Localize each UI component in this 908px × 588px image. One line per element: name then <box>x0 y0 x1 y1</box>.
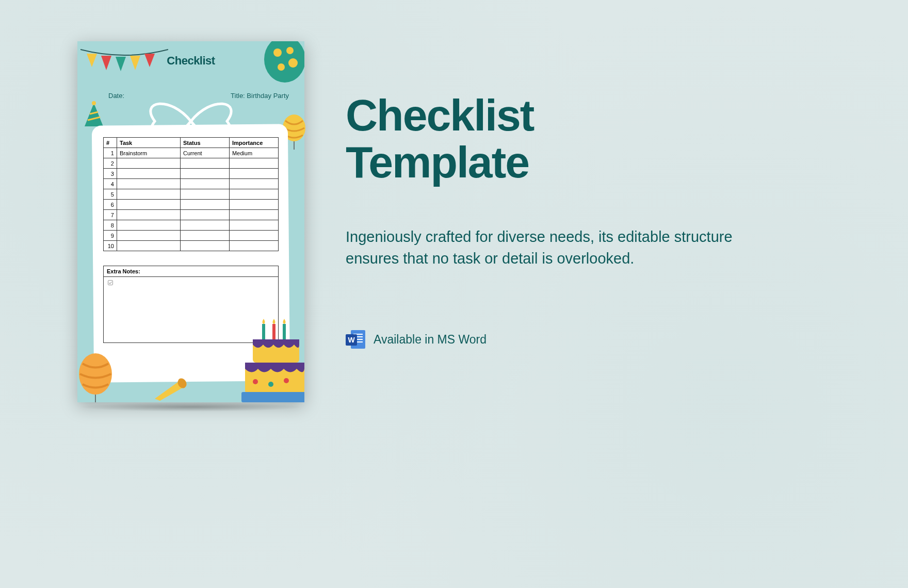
table-row: 4 <box>104 179 279 189</box>
party-horn-icon <box>152 374 188 402</box>
cell-task <box>117 158 180 169</box>
svg-marker-0 <box>87 54 97 67</box>
balloon-orange-icon <box>77 346 119 402</box>
svg-point-6 <box>273 48 282 57</box>
cell-task <box>117 189 180 200</box>
table-row: 6 <box>104 200 279 210</box>
table-row: 8 <box>104 220 279 231</box>
cell-task <box>117 231 180 241</box>
svg-point-7 <box>286 47 294 54</box>
cell-num: 3 <box>104 169 117 179</box>
ms-word-icon: W <box>346 329 366 350</box>
table-row: 7 <box>104 210 279 220</box>
cell-importance <box>229 210 278 220</box>
table-row: 3 <box>104 169 279 179</box>
cell-num: 10 <box>104 241 117 251</box>
word-badge-letter: W <box>346 334 357 346</box>
template-preview-card[interactable]: Checklist Date: Title: Birthday Party # <box>77 41 304 402</box>
headline-line-2: Template <box>346 137 529 187</box>
cell-importance: Medium <box>229 148 278 158</box>
availability-text: Available in MS Word <box>374 333 487 347</box>
description-text: Ingeniously crafted for diverse needs, i… <box>346 226 748 269</box>
cell-status <box>180 220 229 231</box>
cell-status <box>180 169 229 179</box>
cell-task <box>117 210 180 220</box>
cell-status <box>180 241 229 251</box>
table-row: 9 <box>104 231 279 241</box>
col-num: # <box>104 138 117 148</box>
cell-task <box>117 169 180 179</box>
svg-point-5 <box>264 41 304 83</box>
svg-marker-3 <box>130 56 140 70</box>
col-importance: Importance <box>229 138 278 148</box>
col-task: Task <box>117 138 180 148</box>
cell-importance <box>229 241 278 251</box>
checklist-table: # Task Status Importance 1BrainstormCurr… <box>103 137 279 251</box>
cell-task <box>117 200 180 210</box>
cell-task <box>117 179 180 189</box>
cell-importance <box>229 231 278 241</box>
bunting-icon <box>80 45 168 76</box>
page-title: Checklist Template <box>346 92 533 186</box>
cell-status <box>180 189 229 200</box>
svg-point-25 <box>253 379 258 384</box>
svg-point-8 <box>288 58 298 68</box>
svg-rect-28 <box>241 392 304 402</box>
svg-point-9 <box>278 63 285 71</box>
table-row: 2 <box>104 158 279 169</box>
svg-marker-2 <box>116 57 126 71</box>
svg-point-11 <box>92 101 96 105</box>
cell-num: 7 <box>104 210 117 220</box>
col-status: Status <box>180 138 229 148</box>
cell-importance <box>229 189 278 200</box>
cell-importance <box>229 220 278 231</box>
cell-status <box>180 210 229 220</box>
cell-importance <box>229 179 278 189</box>
svg-marker-4 <box>144 54 155 67</box>
table-row: 10 <box>104 241 279 251</box>
cell-num: 4 <box>104 179 117 189</box>
headline-line-1: Checklist <box>346 90 533 140</box>
cell-importance <box>229 158 278 169</box>
template-title: Checklist <box>167 54 215 68</box>
cell-status <box>180 179 229 189</box>
table-row: 1BrainstormCurrentMedium <box>104 148 279 158</box>
cell-task <box>117 220 180 231</box>
extra-notes-label: Extra Notes: <box>104 266 278 277</box>
svg-rect-22 <box>283 324 286 339</box>
card-shadow <box>77 402 304 412</box>
checkbox-icon <box>108 280 113 285</box>
cell-num: 8 <box>104 220 117 231</box>
cell-status: Current <box>180 148 229 158</box>
svg-marker-10 <box>85 103 103 126</box>
table-row: 5 <box>104 189 279 200</box>
table-header-row: # Task Status Importance <box>104 138 279 148</box>
cell-num: 6 <box>104 200 117 210</box>
cell-importance <box>229 200 278 210</box>
svg-point-27 <box>284 378 289 383</box>
svg-rect-21 <box>272 324 275 339</box>
availability-row: W Available in MS Word <box>346 329 487 350</box>
cell-status <box>180 200 229 210</box>
cell-num: 9 <box>104 231 117 241</box>
cell-num: 5 <box>104 189 117 200</box>
cell-status <box>180 158 229 169</box>
svg-rect-20 <box>262 324 265 339</box>
cell-task <box>117 241 180 251</box>
svg-marker-1 <box>101 56 111 70</box>
cell-status <box>180 231 229 241</box>
svg-point-26 <box>268 382 273 387</box>
cell-importance <box>229 169 278 179</box>
cell-num: 1 <box>104 148 117 158</box>
birthday-cake-icon <box>227 315 304 402</box>
cell-num: 2 <box>104 158 117 169</box>
cell-task: Brainstorm <box>117 148 180 158</box>
